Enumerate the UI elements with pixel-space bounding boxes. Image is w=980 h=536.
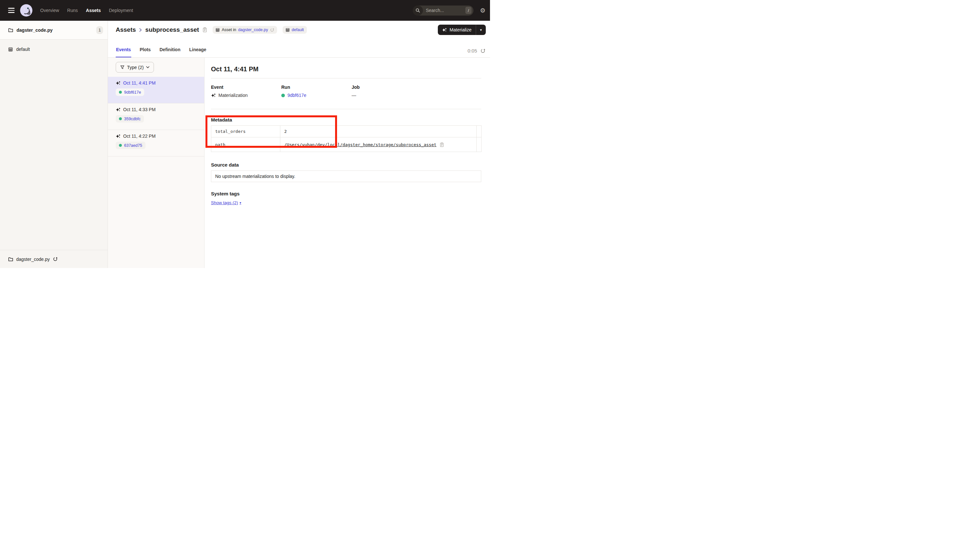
asset-location-badge[interactable]: Asset in dagster_code.py	[213, 26, 277, 34]
main-panel: Assets subprocess_asset	[108, 21, 490, 268]
chevron-right-icon	[139, 28, 142, 32]
chevron-down-icon	[146, 66, 150, 68]
run-status-dot	[119, 144, 122, 147]
search-shortcut-key: /	[465, 7, 471, 14]
event-detail-title: Oct 11, 4:41 PM	[211, 58, 481, 73]
event-timestamp: Oct 11, 4:33 PM	[123, 107, 156, 112]
search-icon	[413, 5, 423, 16]
grid-icon	[285, 28, 290, 32]
badge-code-location-link[interactable]: dagster_code.py	[238, 27, 268, 32]
sparkle-icon	[442, 27, 447, 32]
event-column-label: Event	[211, 84, 281, 90]
sidebar-item-code-location[interactable]: dagster_code.py 1	[0, 21, 108, 40]
run-status-dot	[281, 94, 285, 97]
table-row: path /Users/yuhan/dev/local/dagster_home…	[211, 137, 482, 152]
materialization-icon	[116, 134, 121, 139]
breadcrumb-assets[interactable]: Assets	[116, 26, 136, 33]
dagster-logo[interactable]	[20, 4, 32, 16]
breadcrumb-asset-name: subprocess_asset	[145, 26, 199, 33]
system-tags-heading: System tags	[211, 191, 481, 196]
metadata-path-link[interactable]: /Users/yuhan/dev/local/dagster_home/stor…	[284, 142, 436, 147]
show-tags-toggle[interactable]: Show tags (2) ▾	[211, 200, 241, 205]
event-timestamp: Oct 11, 4:22 PM	[123, 134, 156, 139]
breadcrumb: Assets subprocess_asset	[116, 26, 307, 34]
run-id: 637aed75	[124, 143, 142, 148]
sidebar-item-default-group[interactable]: default	[0, 44, 108, 55]
folder-icon	[8, 27, 13, 33]
nav-assets[interactable]: Assets	[86, 8, 101, 13]
metadata-key: path	[211, 137, 280, 152]
menu-icon[interactable]	[8, 8, 14, 13]
event-list-item[interactable]: Oct 11, 4:33 PM 359cdbfc	[108, 103, 204, 130]
materialization-icon	[116, 107, 121, 112]
run-id: 9dbf617e	[124, 90, 141, 95]
asset-tabs: Events Plots Definition Lineage 0:05	[108, 39, 490, 58]
funnel-icon	[120, 65, 124, 69]
materialize-button: Materialize ▾	[438, 25, 486, 35]
source-data-heading: Source data	[211, 162, 481, 167]
run-column-label: Run	[281, 84, 352, 90]
refresh-countdown: 0:05	[468, 48, 477, 54]
event-detail-panel: Oct 11, 4:41 PM Event Materialization	[205, 58, 490, 268]
metadata-key: total_orders	[211, 126, 280, 137]
tab-definition[interactable]: Definition	[159, 47, 181, 57]
materialization-icon	[211, 93, 216, 98]
event-timestamp: Oct 11, 4:41 PM	[123, 80, 156, 86]
event-list-item[interactable]: Oct 11, 4:41 PM 9dbf617e	[108, 77, 204, 103]
materialization-icon	[116, 81, 121, 86]
search-input[interactable]	[423, 8, 465, 13]
sidebar-code-location-footer[interactable]: dagster_code.py	[0, 250, 108, 268]
asset-count-badge: 1	[96, 26, 103, 34]
asset-header: Assets subprocess_asset	[108, 21, 490, 39]
type-filter-label: Type (2)	[127, 65, 143, 70]
run-id-pill[interactable]: 9dbf617e	[116, 89, 144, 96]
reload-icon[interactable]	[480, 48, 485, 54]
run-id-link[interactable]: 9dbf617e	[288, 93, 306, 98]
run-id-pill[interactable]: 637aed75	[116, 142, 145, 149]
search-box[interactable]: /	[413, 5, 474, 16]
tab-lineage[interactable]: Lineage	[189, 47, 207, 57]
nav-overview[interactable]: Overview	[40, 8, 59, 13]
nav-runs[interactable]: Runs	[67, 8, 78, 13]
event-list-item[interactable]: Oct 11, 4:22 PM 637aed75	[108, 130, 204, 156]
reload-icon[interactable]	[53, 257, 58, 261]
type-filter-button[interactable]: Type (2)	[116, 62, 154, 73]
source-data-empty-state: No upstream materializations to display.	[211, 170, 481, 182]
metadata-table: total_orders 2 path /Users/yuhan/dev/loc…	[211, 126, 482, 152]
event-type-value: Materialization	[218, 93, 248, 98]
table-row: total_orders 2	[211, 126, 482, 137]
copy-path-icon[interactable]	[440, 142, 444, 147]
materialize-dropdown-caret[interactable]: ▾	[476, 25, 486, 35]
tab-events[interactable]: Events	[116, 47, 131, 57]
run-status-dot	[119, 117, 122, 120]
gear-icon[interactable]: ⚙	[480, 8, 485, 14]
metadata-value: 2	[280, 126, 477, 137]
job-value: —	[352, 93, 356, 98]
run-id-pill[interactable]: 359cdbfc	[116, 115, 144, 122]
metadata-heading: Metadata	[211, 117, 481, 122]
folder-icon	[8, 257, 13, 262]
badge-group-link[interactable]: default	[292, 27, 304, 32]
tab-plots[interactable]: Plots	[139, 47, 151, 57]
run-id: 359cdbfc	[124, 117, 141, 121]
dagster-logo-icon	[20, 4, 32, 16]
events-list-panel: Type (2) Oct 11, 4:41 PM	[108, 58, 205, 268]
run-status-dot	[119, 91, 122, 94]
sidebar: dagster_code.py 1 default dagster_code.p…	[0, 21, 108, 268]
asset-group-badge[interactable]: default	[283, 26, 307, 34]
badge-prefix: Asset in	[222, 27, 236, 32]
caret-down-icon: ▾	[240, 201, 241, 205]
materialize-action[interactable]: Materialize	[438, 25, 476, 35]
show-tags-label: Show tags (2)	[211, 200, 238, 205]
materialize-label: Materialize	[450, 27, 471, 32]
grid-icon	[215, 28, 220, 32]
nav-deployment[interactable]: Deployment	[109, 8, 133, 13]
sidebar-item-label: dagster_code.py	[16, 27, 52, 33]
sidebar-item-label: dagster_code.py	[16, 257, 50, 262]
top-nav: Overview Runs Assets Deployment / ⚙	[0, 0, 490, 21]
copy-asset-name-icon[interactable]	[202, 27, 207, 32]
sidebar-item-label: default	[16, 47, 30, 52]
reload-icon[interactable]	[270, 28, 274, 32]
grid-icon	[8, 47, 13, 52]
job-column-label: Job	[352, 84, 481, 90]
